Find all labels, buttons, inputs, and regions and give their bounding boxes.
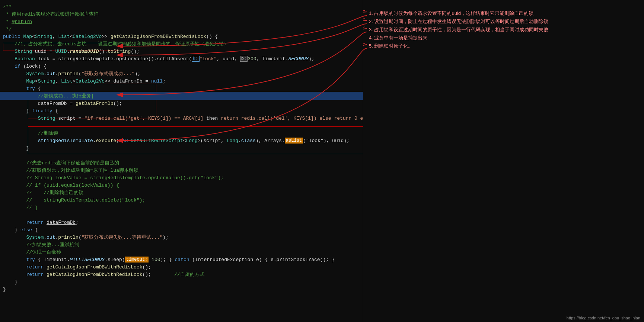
comment: */ [3,26,12,32]
annotation-item-5: 5. 删除锁时原子化。 [369,42,638,50]
code-line-16: String script = "if redis.call('get', KE… [0,115,363,122]
annotations-list: 1. 占用锁的时候为每个请求设置不同的uuid，这样结束时它只能删除自己的锁 2… [369,4,638,50]
annotation-item-2: 2. 设置过期时间，防止在过程中发生错误无法删除锁时可以等时间过期后自动删除锁 [369,17,638,26]
svg-line-3 [363,27,365,94]
code-line-32: System.out.println("获取分布式锁失败...等待重试...")… [0,234,363,241]
code-line-38: } [0,278,363,286]
code-line-30: return dataFromDb; [0,219,363,226]
annotation-panel: 1. 占用锁的时候为每个请求设置不同的uuid，这样结束时它只能删除自己的锁 2… [363,0,644,322]
code-line-11: Map<String, List<Catelog2Vo>> dataFromDb… [0,77,363,85]
code-line-4: */ [0,25,363,33]
code-line-24: // String lockValue = stringRedisTemplat… [0,174,363,181]
annotation-item-3: 3. 占用锁和设置过期时间的原子性，因为是一行代码实现，相当于同时成功同时失败 [369,26,638,34]
main-container: /** * 使用redis实现分布式锁进行数据库查询 * @return */ … [0,0,644,322]
code-line-22: //先去redis查询下保证当前的锁是自己的 [0,159,363,167]
code-line-1: /** [0,3,363,10]
code-line-28: // } [0,204,363,211]
code-line-14: dataFromDb = getDataFromDb(); [0,100,363,107]
comment: * 使用redis实现分布式锁进行数据库查询 [3,11,99,17]
code-line-6: //1、占分布式锁。去redis占坑 设置过期时间必须和加锁是同步的，保证原子性… [0,40,363,48]
code-line-34: //休眠一百毫秒 [0,248,363,256]
code-line-31: } else { [0,226,363,234]
code-line-3: * @return [0,18,363,25]
comment: * [3,19,12,25]
code-line-37: return getCatalogJsonFromDbWithRedisLock… [0,271,363,278]
code-line-29 [0,211,363,219]
code-line-12: try { [0,85,363,92]
code-line-36: return getCatalogJsonFromDBWithRedisLock… [0,263,363,271]
cls-map: Map [23,34,32,39]
code-line-20: } [0,144,363,152]
svg-line-2 [363,19,365,52]
code-line-17 [0,122,363,129]
code-line-8: Boolean lock = stringRedisTemplate.opsFo… [0,55,363,62]
code-line-13: //加锁成功...执行业务| [0,92,363,100]
code-line-15: } finally { [0,107,363,115]
annotation-item-4: 4. 业务中有一场是捕捉出来 [369,34,638,42]
code-line-7: String uuid = UUID.randomUUID().toString… [0,48,363,55]
annotation-return: @return [12,19,32,25]
code-panel: /** * 使用redis实现分布式锁进行数据库查询 * @return */ … [0,0,363,322]
code-line-39: } [0,286,363,293]
code-line-2: * 使用redis实现分布式锁进行数据库查询 [0,10,363,18]
code-line-5: public Map<String, List<Catelog2Vo>> get… [0,33,363,40]
code-line-23: //获取值对比，对比成功删除=原子性 lua脚本解锁 [0,167,363,174]
code-line-26: // //删除我自己的锁 [0,189,363,196]
code-line-19: stringRedisTemplate.execute(new DefaultR… [0,137,363,144]
code-line-25: // if (uuid.equals(lockValue)) { [0,181,363,189]
svg-line-4 [363,43,365,141]
kw-public: public [3,34,23,39]
annotation-item-1: 1. 占用锁的时候为每个请求设置不同的uuid，这样结束时它只能删除自己的锁 [369,9,638,17]
svg-line-1 [363,10,365,45]
code-line-35: try { TimeUnit.MILLISECONDS.sleep(timeou… [0,256,363,263]
code-line-33: //加锁失败...重试机制 [0,241,363,248]
code-line-27: // stringRedisTemplate.delete("lock"); [0,196,363,204]
comment: /** [3,4,12,10]
footer-url: https://blog.csdn.net/fen_dou_shao_nian [567,316,640,320]
code-line-18: //删除锁 [0,129,363,137]
code-line-21 [0,152,363,159]
code-line-9: if (lock) { [0,62,363,70]
code-line-10: System.out.println("获取分布式锁成功..."); [0,70,363,77]
